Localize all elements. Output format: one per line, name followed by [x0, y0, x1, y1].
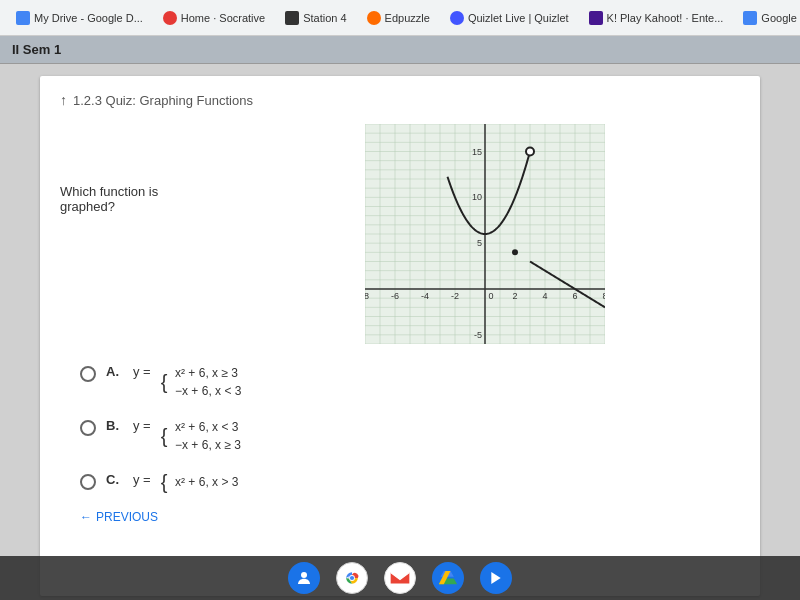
function-graph [365, 124, 605, 344]
answer-c: C. y = { x² + 6, x > 3 [80, 472, 740, 492]
page-header: II Sem 1 [0, 36, 800, 64]
answers-section: A. y = { x² + 6, x ≥ 3 −x + 6, x < 3 B. … [60, 364, 740, 492]
taskbar [0, 556, 800, 600]
radio-b[interactable] [80, 420, 96, 436]
quiz-body: Which function is graphed? [60, 124, 740, 344]
quizlet-icon [450, 11, 464, 25]
svg-point-0 [301, 572, 307, 578]
quiz-title: ↑ 1.2.3 Quiz: Graphing Functions [60, 92, 740, 108]
quiz-container: ↑ 1.2.3 Quiz: Graphing Functions Which f… [40, 76, 760, 596]
tab-quizlet[interactable]: Quizlet Live | Quizlet [442, 7, 577, 29]
upload-icon: ↑ [60, 92, 67, 108]
edpuzzle-icon [367, 11, 381, 25]
tab-station4[interactable]: Station 4 [277, 7, 354, 29]
svg-point-3 [350, 576, 354, 580]
taskbar-home-icon[interactable] [288, 562, 320, 594]
radio-c[interactable] [80, 474, 96, 490]
tab-edpuzzle[interactable]: Edpuzzle [359, 7, 438, 29]
kahoot-icon [589, 11, 603, 25]
svg-marker-4 [491, 572, 500, 584]
scholar-icon [743, 11, 757, 25]
taskbar-drive-icon[interactable] [432, 562, 464, 594]
taskbar-gmail-icon[interactable] [384, 562, 416, 594]
socrative-icon [163, 11, 177, 25]
previous-button[interactable]: ← PREVIOUS [60, 510, 740, 524]
answer-a: A. y = { x² + 6, x ≥ 3 −x + 6, x < 3 [80, 364, 740, 400]
tab-socrative[interactable]: Home · Socrative [155, 7, 273, 29]
answer-b: B. y = { x² + 6, x < 3 −x + 6, x ≥ 3 [80, 418, 740, 454]
left-arrow-icon: ← [80, 510, 92, 524]
graph-container [230, 124, 740, 344]
tab-scholar[interactable]: Google Scholar [735, 7, 800, 29]
taskbar-chrome-icon[interactable] [336, 562, 368, 594]
drive-icon [16, 11, 30, 25]
browser-toolbar: My Drive - Google D... Home · Socrative … [0, 0, 800, 36]
tab-my-drive[interactable]: My Drive - Google D... [8, 7, 151, 29]
radio-a[interactable] [80, 366, 96, 382]
question-text: Which function is graphed? [60, 184, 210, 214]
tab-kahoot[interactable]: K! Play Kahoot! · Ente... [581, 7, 732, 29]
page-content: II Sem 1 ↑ 1.2.3 Quiz: Graphing Function… [0, 36, 800, 600]
taskbar-play-icon[interactable] [480, 562, 512, 594]
station-icon [285, 11, 299, 25]
